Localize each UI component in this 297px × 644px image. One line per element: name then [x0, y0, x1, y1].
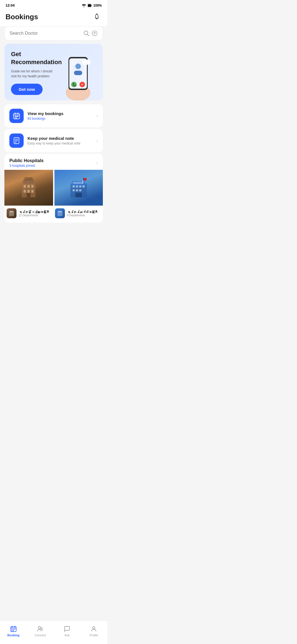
hospital-dept-2: 9 Departments: [67, 214, 97, 217]
get-now-button[interactable]: Get now: [11, 84, 43, 95]
svg-rect-63: [73, 182, 83, 184]
calendar-icon-container: [9, 109, 24, 123]
rec-subtitle: Guide me for whom I should visit for my …: [11, 69, 54, 79]
hospital-label-1[interactable]: ရန်ကုန်ပြည်သူ့ဆေးရုံကြီး 22 Departments: [7, 208, 53, 218]
page-title: Bookings: [6, 13, 38, 21]
notification-button[interactable]: [92, 12, 102, 22]
hospital-card-2[interactable]: [54, 170, 103, 206]
bookings-chevron: ›: [96, 113, 98, 119]
svg-rect-64: [9, 212, 14, 216]
medical-note-chevron: ›: [96, 138, 98, 144]
svg-point-4: [96, 18, 97, 20]
battery-icon: [88, 4, 92, 7]
status-time: 12:04: [6, 3, 15, 7]
svg-rect-34: [14, 138, 19, 144]
svg-rect-57: [79, 185, 81, 187]
note-icon: [13, 137, 20, 144]
search-icon[interactable]: [83, 30, 89, 36]
svg-rect-2: [91, 5, 92, 6]
search-bar[interactable]: [4, 26, 103, 40]
svg-rect-66: [57, 212, 62, 216]
svg-rect-60: [76, 189, 78, 191]
hospital-name-2: ရန်ကုန်မျက်စိဆေးရုံကြီး: [67, 210, 97, 214]
hospital-building-icon-2: [68, 177, 90, 199]
recommendation-card: Get Recommendation Guide me for whom I s…: [4, 44, 103, 100]
bookings-list-item[interactable]: View my bookings 83 bookings ›: [4, 104, 103, 127]
svg-rect-56: [76, 185, 78, 187]
bell-icon: [93, 13, 100, 20]
svg-rect-33: [16, 118, 17, 118]
note-icon-container: [9, 133, 24, 148]
svg-rect-48: [27, 193, 31, 197]
wifi-icon: [82, 4, 86, 7]
svg-rect-46: [28, 190, 30, 193]
hospital-dept-1: 22 Departments: [19, 214, 49, 217]
svg-rect-61: [79, 189, 81, 191]
svg-rect-3: [88, 4, 91, 7]
calendar-icon: [13, 112, 20, 119]
svg-rect-58: [82, 185, 85, 187]
phone-illustration: ... 📞 ✕: [56, 47, 100, 100]
svg-rect-65: [10, 211, 13, 212]
hospital-image-1: [4, 170, 53, 206]
hospital-image-2: [54, 170, 103, 206]
svg-rect-30: [16, 116, 17, 117]
filter-icon[interactable]: [92, 30, 98, 36]
svg-rect-44: [31, 185, 34, 188]
medical-note-content: Keep your medical note Easy way to keep …: [28, 136, 92, 145]
svg-rect-43: [28, 185, 30, 188]
hospital-labels-row: ရန်ကုန်ပြည်သူ့ဆေးရုံကြီး 22 Departments …: [4, 206, 103, 223]
svg-rect-32: [15, 118, 16, 118]
phone-svg: ... 📞 ✕: [59, 46, 97, 100]
svg-rect-42: [24, 185, 26, 188]
svg-rect-54: [83, 178, 84, 181]
hospitals-chevron: ›: [96, 160, 98, 166]
battery-percentage: 100%: [93, 4, 102, 7]
svg-rect-29: [15, 116, 16, 117]
hospitals-title: Public Hospitals: [9, 158, 43, 163]
public-hospitals-header[interactable]: Public Hospitals 3 hospitals joined ›: [4, 154, 103, 170]
search-input[interactable]: [10, 31, 81, 36]
hospital-avatar-1: [7, 208, 16, 218]
bookings-title: View my bookings: [28, 111, 92, 116]
hospital-name-1: ရန်ကုန်ပြည်သူ့ဆေးရုံကြီး: [19, 210, 49, 214]
svg-rect-17: [74, 71, 82, 75]
hospital-building-icon-1: [18, 177, 40, 199]
hospital-thumb-icon-1: [8, 210, 15, 217]
rec-title: Get Recommendation: [11, 50, 58, 66]
svg-rect-47: [31, 190, 34, 193]
svg-rect-59: [73, 189, 75, 191]
svg-rect-62: [75, 193, 82, 197]
hospital-avatar-2: [55, 208, 65, 218]
svg-rect-31: [17, 116, 18, 117]
hospital-info-1: ရန်ကုန်ပြည်သူ့ဆေးရုံကြီး 22 Departments: [19, 210, 49, 217]
hospital-thumb-icon-2: [57, 210, 63, 217]
svg-text:✕: ✕: [81, 83, 83, 86]
hospital-info-2: ရန်ကုန်မျက်စိဆေးရုံကြီး 9 Departments: [67, 210, 97, 217]
hospitals-subtitle: 3 hospitals joined: [9, 164, 43, 168]
bookings-content: View my bookings 83 bookings: [28, 111, 92, 121]
svg-line-7: [87, 34, 89, 36]
medical-note-title: Keep your medical note: [28, 136, 92, 141]
svg-rect-55: [73, 185, 75, 187]
hospital-card-1[interactable]: [4, 170, 53, 206]
svg-text:📞: 📞: [73, 83, 76, 86]
svg-rect-45: [24, 190, 26, 193]
status-icons: 100%: [82, 4, 102, 7]
hospitals-grid: [4, 170, 103, 206]
header: Bookings: [0, 9, 107, 26]
svg-point-0: [84, 6, 84, 7]
status-bar: 12:04 100%: [0, 0, 107, 9]
svg-rect-67: [58, 211, 62, 212]
bookings-count: 83 bookings: [28, 117, 92, 121]
svg-point-16: [75, 64, 81, 69]
svg-text:...: ...: [84, 61, 86, 64]
hospital-label-2[interactable]: ရန်ကုန်မျက်စိဆေးရုံကြီး 9 Departments: [55, 208, 101, 218]
svg-rect-41: [24, 177, 33, 181]
medical-note-list-item[interactable]: Keep your medical note Easy way to keep …: [4, 129, 103, 152]
medical-note-subtitle: Easy way to keep your medical note: [28, 141, 92, 145]
